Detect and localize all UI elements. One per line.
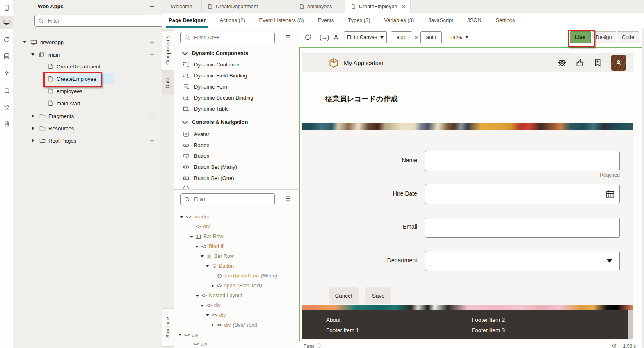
tree-item-createdepartment[interactable]: CreateDepartment (13, 60, 162, 72)
mode-code-button[interactable]: Code (617, 31, 639, 43)
components-filter[interactable] (180, 32, 275, 43)
tab-event-listeners[interactable]: Event Listeners (3) (252, 13, 311, 28)
name-input[interactable] (425, 151, 620, 171)
component-avatar[interactable]: Avatar (183, 131, 209, 137)
tab-json[interactable]: JSON (460, 13, 489, 28)
canvas-height-input[interactable]: auto (420, 31, 442, 43)
add-icon[interactable] (149, 51, 155, 57)
web-apps-filter[interactable] (34, 15, 167, 27)
collapse-arrow-icon[interactable] (205, 314, 210, 316)
structure-node-bar-row[interactable]: Bar Row (174, 232, 312, 241)
add-icon[interactable] (149, 137, 155, 143)
zoom-select[interactable]: 100% (448, 34, 468, 41)
component-dynamic-table[interactable]: Dynamic Table (183, 106, 229, 112)
tree-item-main[interactable]: main (13, 48, 162, 60)
tree-item-main-start[interactable]: main-start (13, 97, 162, 109)
collapse-arrow-icon[interactable] (178, 334, 183, 336)
save-button[interactable]: Save (365, 287, 391, 304)
canvas-width-input[interactable]: auto (391, 31, 412, 43)
structure-filter[interactable] (180, 193, 275, 205)
collapse-arrow-icon[interactable] (195, 295, 200, 297)
component-button-set-one[interactable]: Button Set (One) (183, 175, 234, 181)
collapse-arrow-icon[interactable] (200, 305, 205, 307)
tab-types[interactable]: Types (3) (341, 13, 377, 28)
refresh-icon[interactable] (304, 34, 311, 41)
structure-node-header[interactable]: <> header (174, 212, 302, 222)
code-insight-toggle[interactable]: (→) (320, 34, 329, 41)
tree-item-employees[interactable]: employees (13, 85, 162, 97)
component-dynamic-form[interactable]: Dynamic Form (183, 84, 229, 90)
collapse-arrow-icon[interactable] (31, 53, 34, 56)
hire-date-input[interactable] (425, 184, 620, 204)
source-icon[interactable] (0, 116, 13, 130)
component-dynamic-field-binding[interactable]: Dynamic Field Binding (183, 73, 247, 79)
tab-components[interactable]: Components (162, 30, 174, 71)
tree-item-fragments[interactable]: Fragments (13, 110, 162, 122)
tab-employees[interactable]: employees (293, 0, 345, 13)
component-button-set-many[interactable]: Button Set (Many) (183, 164, 237, 170)
expand-arrow-icon[interactable] (32, 127, 34, 130)
preview-scrollbar[interactable] (628, 310, 633, 339)
tab-structure[interactable]: Structure (162, 308, 174, 347)
mode-design-button[interactable]: Design (592, 31, 616, 43)
structure-node-nested-layout[interactable]: <> Nested Layout (174, 291, 318, 300)
footer-link-item1[interactable]: Footer Item 1 (326, 327, 359, 333)
footer-link-item3[interactable]: Footer Item 3 (472, 327, 505, 333)
tab-createemployee[interactable]: CreateEmployee ✕ (345, 0, 411, 13)
email-input[interactable] (425, 218, 620, 238)
user-avatar[interactable] (611, 55, 626, 71)
add-icon[interactable] (149, 113, 155, 119)
calendar-icon[interactable] (605, 189, 615, 199)
section-dynamic-components[interactable]: Dynamic Components (183, 50, 248, 56)
component-dynamic-container[interactable]: Dynamic Container (183, 61, 240, 68)
tree-item-hrwebapp[interactable]: hrwebapp (13, 36, 162, 48)
footer-link-item2[interactable]: Footer Item 2 (472, 317, 505, 323)
expand-arrow-icon[interactable] (210, 323, 215, 327)
components-menu-icon[interactable] (285, 34, 291, 40)
cancel-button[interactable]: Cancel (329, 287, 359, 304)
expand-arrow-icon[interactable] (32, 139, 34, 142)
fit-mode-select[interactable]: Fit to Canvas (344, 31, 387, 43)
structure-filter-input[interactable] (193, 196, 271, 202)
collapse-arrow-icon[interactable] (205, 265, 210, 267)
mode-live-button[interactable]: Live (570, 31, 591, 43)
footer-link-about[interactable]: About (326, 317, 340, 323)
mobile-apps-icon[interactable] (0, 1, 13, 15)
tab-javascript[interactable]: JavaScript (421, 13, 460, 28)
components-icon[interactable] (0, 83, 13, 97)
processes-icon[interactable] (0, 66, 13, 80)
close-icon[interactable]: ✕ (402, 4, 406, 9)
business-objects-icon[interactable] (0, 49, 13, 63)
expand-arrow-icon[interactable] (210, 284, 215, 287)
structure-node-div-5[interactable]: <> div (174, 340, 310, 348)
components-filter-input[interactable] (193, 34, 271, 41)
department-select[interactable] (425, 251, 620, 271)
tab-page-designer[interactable]: Page Designer (162, 13, 212, 28)
web-apps-icon[interactable] (0, 16, 13, 29)
component-button[interactable]: Button (183, 153, 210, 159)
tab-actions[interactable]: Actions (2) (212, 13, 252, 28)
component-badge[interactable]: Badge (183, 142, 210, 148)
collapse-arrow-icon[interactable] (179, 216, 184, 218)
structure-node-div[interactable]: <> div (174, 222, 312, 232)
component-dynamic-section-binding[interactable]: Dynamic Section Binding (183, 95, 253, 101)
collapse-arrow-icon[interactable] (23, 41, 26, 43)
web-apps-filter-input[interactable] (47, 18, 163, 24)
collapse-arrow-icon[interactable] (200, 255, 205, 257)
tree-item-resources[interactable]: Resources (13, 122, 162, 134)
tree-item-root-pages[interactable]: Root Pages (13, 134, 162, 146)
section-controls-navigation[interactable]: Controls & Navigation (183, 119, 248, 125)
structure-node-div-4[interactable]: <> div (174, 330, 301, 340)
tab-settings[interactable]: Settings (489, 13, 522, 28)
tab-variables[interactable]: Variables (3) (377, 13, 421, 28)
collapse-arrow-icon[interactable] (194, 246, 199, 248)
add-app-icon[interactable] (149, 3, 155, 9)
structure-menu-icon[interactable] (285, 196, 291, 201)
add-icon[interactable] (149, 39, 155, 45)
structure-node-bind-if[interactable]: Bind If (174, 241, 317, 251)
tab-data[interactable]: Data (162, 71, 174, 95)
services-icon[interactable] (0, 33, 13, 47)
tab-welcome[interactable]: Welcome (162, 0, 202, 13)
tree-item-createemployee[interactable]: CreateEmployee (13, 73, 162, 84)
tab-createdepartment[interactable]: CreateDepartment (202, 0, 293, 13)
